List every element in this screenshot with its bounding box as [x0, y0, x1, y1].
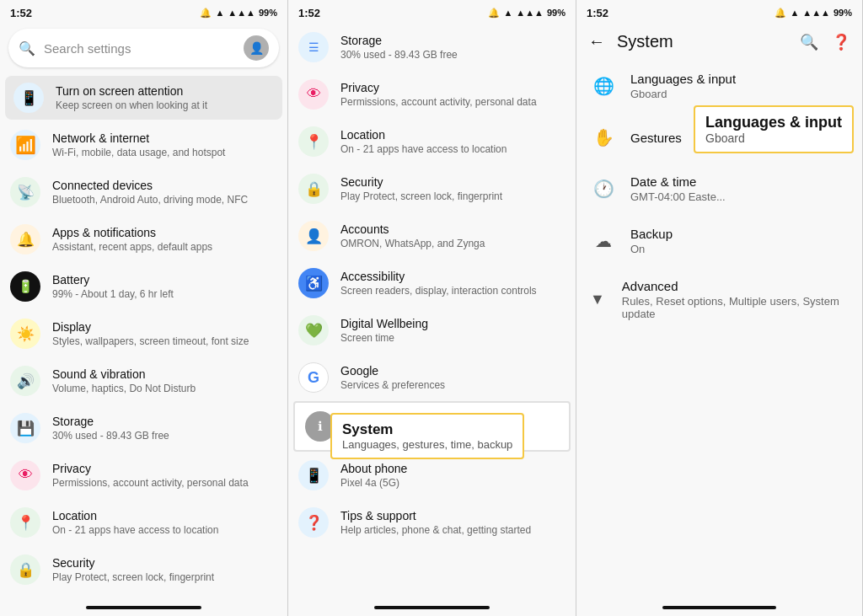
list-item-location[interactable]: 📍 Location On - 21 apps have access to l…: [0, 499, 287, 546]
wifi-icon: ▲: [790, 8, 799, 18]
list-item-storage2[interactable]: ☰ Storage 30% used - 89.43 GB free: [288, 24, 576, 71]
list-item-apps[interactable]: 🔔 Apps & notifications Assistant, recent…: [0, 216, 287, 263]
item-subtitle: Assistant, recent apps, default apps: [52, 241, 277, 254]
item-subtitle: On - 21 apps have access to location: [52, 524, 277, 538]
battery-label-1: 99%: [259, 8, 277, 18]
system-page-title: System: [617, 32, 788, 51]
item-subtitle: Permissions, account activity, personal …: [340, 96, 566, 110]
panel-2: 1:52 🔔 ▲ ▲▲▲ 99% ☰ Storage 30% used - 89…: [288, 0, 576, 616]
signal-icon: ▲▲▲: [802, 8, 830, 18]
accessibility-icon: ♿: [298, 268, 329, 298]
signal-icon: ▲▲▲: [516, 8, 544, 18]
storage2-icon: ☰: [298, 32, 329, 62]
item-title: Accounts: [340, 222, 566, 237]
battery-icon: 🔋: [10, 271, 40, 302]
item-subtitle: Services & preferences: [340, 379, 566, 393]
sys-item-title: Languages & input: [630, 72, 849, 86]
bottom-nav-indicator: [86, 606, 201, 609]
sys-item-title: Backup: [630, 227, 849, 241]
status-icons-2: 🔔 ▲ ▲▲▲ 99%: [488, 8, 566, 19]
list-item-display[interactable]: ☀️ Display Styles, wallpapers, screen ti…: [0, 310, 287, 357]
notification-icon: 🔔: [200, 8, 212, 19]
avatar[interactable]: 👤: [244, 35, 269, 61]
gestures-icon: ✋: [590, 124, 617, 151]
list-item-security2[interactable]: 🔒 Security Play Protect, screen lock, fi…: [288, 165, 576, 212]
list-item-battery[interactable]: 🔋 Battery 99% - About 1 day, 6 hr left: [0, 263, 287, 310]
item-subtitle: Screen time: [340, 332, 566, 345]
settings-list-1: 📱 Turn on screen attention Keep screen o…: [0, 74, 287, 601]
datetime-icon: 🕐: [590, 175, 617, 202]
list-item-accessibility[interactable]: ♿ Accessibility Screen readers, display,…: [288, 260, 576, 307]
tooltip-subtitle: Languages, gestures, time, backup: [342, 438, 512, 451]
item-title: Location: [340, 127, 566, 142]
list-item-location2[interactable]: 📍 Location On - 21 apps have access to l…: [288, 118, 576, 165]
item-title: Display: [52, 319, 277, 335]
list-item-accounts[interactable]: 👤 Accounts OMRON, WhatsApp, and Zynga: [288, 212, 576, 260]
sys-item-subtitle: Rules, Reset options, Multiple users, Sy…: [622, 295, 849, 320]
time-1: 1:52: [10, 7, 32, 19]
time-3: 1:52: [587, 7, 608, 19]
help-icon[interactable]: ❓: [832, 33, 850, 51]
location-icon: 📍: [10, 507, 40, 538]
storage-icon: 💾: [10, 413, 40, 443]
security-icon: 🔒: [10, 554, 40, 585]
backup-icon: ☁: [590, 228, 617, 254]
sys-item-subtitle: GMT-04:00 Easte...: [630, 190, 849, 203]
item-subtitle: Wi-Fi, mobile, data usage, and hotspot: [52, 147, 277, 160]
back-button[interactable]: ←: [588, 32, 605, 51]
wifi-icon: ▲: [503, 8, 512, 18]
battery-label-3: 99%: [834, 8, 852, 18]
list-item-digital-wellbeing[interactable]: 💚 Digital Wellbeing Screen time: [288, 307, 576, 354]
search-header-icon[interactable]: 🔍: [800, 33, 818, 51]
item-title: Google: [340, 363, 566, 378]
list-item-privacy[interactable]: 👁 Privacy Permissions, account activity,…: [0, 452, 287, 499]
item-title: Location: [52, 508, 277, 523]
status-icons-3: 🔔 ▲ ▲▲▲ 99%: [775, 8, 852, 19]
item-subtitle: Pixel 4a (5G): [340, 477, 566, 490]
item-subtitle: Play Protect, screen lock, fingerprint: [52, 571, 277, 585]
tooltip-title: System: [342, 421, 512, 438]
settings-list-2: ☰ Storage 30% used - 89.43 GB free 👁 Pri…: [288, 24, 576, 601]
list-item-screen-attention[interactable]: 📱 Turn on screen attention Keep screen o…: [5, 76, 282, 120]
list-item-sound[interactable]: 🔊 Sound & vibration Volume, haptics, Do …: [0, 357, 287, 404]
sys-item-languages[interactable]: 🌐 Languages & input Gboard: [576, 60, 862, 112]
sys-item-subtitle: Gboard: [630, 88, 849, 100]
item-subtitle: 99% - About 1 day, 6 hr left: [52, 288, 277, 302]
list-item-connected[interactable]: 📡 Connected devices Bluetooth, Android A…: [0, 169, 287, 216]
search-bar[interactable]: 🔍 Search settings 👤: [8, 29, 279, 67]
sys-item-backup[interactable]: ☁ Backup On: [576, 215, 862, 267]
item-subtitle: On - 21 apps have access to location: [340, 143, 566, 157]
languages-callout: Languages & input Gboard: [694, 105, 854, 153]
item-title: Turn on screen attention: [56, 83, 274, 99]
item-title: Sound & vibration: [52, 367, 277, 382]
item-text: Turn on screen attention Keep screen on …: [56, 83, 274, 113]
header-actions: 🔍 ❓: [800, 33, 850, 51]
about-icon: 📱: [298, 460, 329, 490]
item-title: Security: [340, 174, 566, 190]
display-icon: ☀️: [10, 319, 40, 349]
status-icons-1: 🔔 ▲ ▲▲▲ 99%: [200, 8, 277, 19]
item-title: Connected devices: [52, 178, 277, 193]
panel-1: 1:52 🔔 ▲ ▲▲▲ 99% 🔍 Search settings 👤 📱 T…: [0, 0, 288, 616]
list-item-storage[interactable]: 💾 Storage 30% used - 89.43 GB free: [0, 404, 287, 452]
item-title: Security: [52, 555, 277, 570]
item-subtitle: Volume, haptics, Do Not Disturb: [52, 383, 277, 396]
item-title: Accessibility: [340, 269, 566, 284]
list-item-google[interactable]: G Google Services & preferences: [288, 354, 576, 401]
item-subtitle: Permissions, account activity, personal …: [52, 477, 277, 490]
sys-item-advanced[interactable]: ▼ Advanced Rules, Reset options, Multipl…: [576, 267, 862, 332]
time-2: 1:52: [298, 7, 320, 19]
list-item-security[interactable]: 🔒 Security Play Protect, screen lock, fi…: [0, 546, 287, 593]
list-item-privacy2[interactable]: 👁 Privacy Permissions, account activity,…: [288, 71, 576, 118]
connected-icon: 📡: [10, 177, 40, 207]
item-title: Network & internet: [52, 131, 277, 146]
signal-icon: ▲▲▲: [228, 8, 255, 18]
languages-icon: 🌐: [590, 72, 617, 99]
list-item-network[interactable]: 📶 Network & internet Wi-Fi, mobile, data…: [0, 121, 287, 169]
search-placeholder: Search settings: [44, 41, 235, 56]
sys-item-title: Date & time: [630, 174, 849, 189]
item-title: Apps & notifications: [52, 225, 277, 240]
sys-item-date-time[interactable]: 🕐 Date & time GMT-04:00 Easte...: [576, 163, 862, 215]
list-item-tips[interactable]: ❓ Tips & support Help articles, phone & …: [288, 499, 576, 546]
item-subtitle: Styles, wallpapers, screen timeout, font…: [52, 335, 277, 349]
